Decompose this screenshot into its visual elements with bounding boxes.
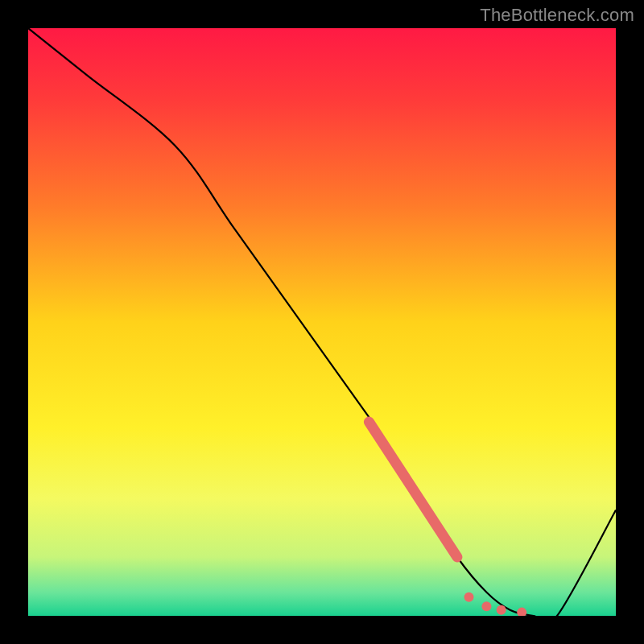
highlight-dot bbox=[481, 601, 491, 611]
chart-svg bbox=[28, 28, 616, 616]
plot-area bbox=[28, 28, 616, 616]
highlight-dot bbox=[464, 592, 474, 602]
watermark-text: TheBottleneck.com bbox=[480, 5, 634, 26]
chart-frame: TheBottleneck.com bbox=[0, 0, 644, 644]
highlight-dot bbox=[497, 605, 506, 615]
gradient-background bbox=[28, 28, 616, 616]
